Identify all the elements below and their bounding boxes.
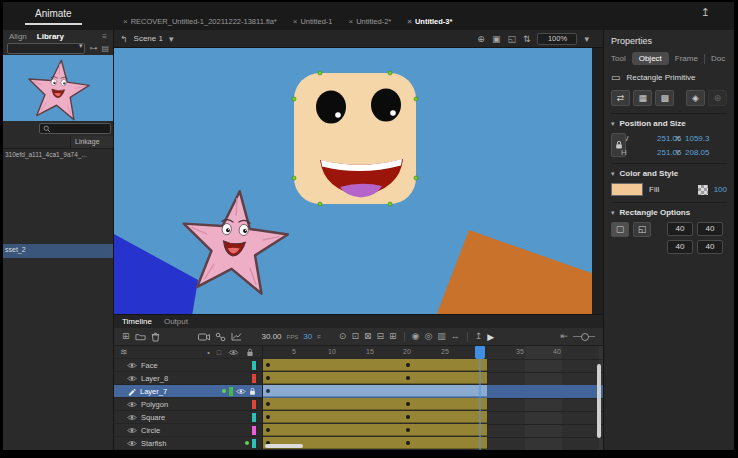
corner-radius-bottom-left-input[interactable]: 40 <box>667 240 693 254</box>
clip-content-icon[interactable]: ▣ <box>492 34 501 44</box>
modify-markers-icon[interactable]: ↔ <box>451 332 460 341</box>
frame-span[interactable] <box>263 398 487 410</box>
eye-column-icon[interactable] <box>228 349 239 356</box>
fps-value[interactable]: 30.00 <box>262 332 282 341</box>
chevron-down-icon[interactable]: ▾ <box>611 170 615 178</box>
insert-blank-keyframe-icon[interactable]: ⊟ <box>376 332 384 341</box>
layer-row-face[interactable]: Face <box>114 359 262 372</box>
fill-color-swatch[interactable] <box>611 183 643 196</box>
tab-frame[interactable]: Frame <box>675 54 698 63</box>
eye-icon[interactable] <box>127 414 137 421</box>
frame-row-polygon[interactable] <box>263 398 603 412</box>
corner-radius-mode-button[interactable]: ▢ <box>611 222 629 237</box>
tab-library[interactable]: Library <box>37 32 64 41</box>
new-layer-icon[interactable]: ⊞ <box>122 332 130 341</box>
playhead[interactable] <box>475 346 485 359</box>
doc-tab-untitled-2[interactable]: × Untitled-2* <box>341 14 400 30</box>
frame-row-layer-7-selected[interactable] <box>263 385 603 399</box>
insert-keyframe-icon[interactable]: ⊠ <box>364 332 372 341</box>
tab-tool[interactable]: Tool <box>611 54 626 63</box>
frame-row-circle[interactable] <box>263 424 603 438</box>
tab-output[interactable]: Output <box>164 317 188 326</box>
layer-row-starfish[interactable]: Starfish <box>114 437 262 450</box>
frame-ruler[interactable]: 5 10 15 20 25 35 40 <box>263 346 603 360</box>
section-title-color[interactable]: Color and Style <box>620 169 679 178</box>
edit-multiple-frames-icon[interactable]: ▥ <box>437 332 446 341</box>
zoom-level-select[interactable]: 100% <box>537 33 577 45</box>
onion-skin-outline-icon[interactable]: ◎ <box>424 332 432 341</box>
rotation-center-icon[interactable]: ⊕ <box>477 34 485 44</box>
expand-to-fill-button[interactable]: ⇄ <box>611 90 630 106</box>
grid-options-button[interactable]: ▦ <box>633 90 652 106</box>
face-object[interactable] <box>292 71 418 206</box>
outline-column-icon[interactable]: □ <box>217 349 221 356</box>
x-value[interactable]: 1059.3 <box>685 134 725 143</box>
tab-animate[interactable]: Animate <box>25 6 82 25</box>
corner-radius-top-right-input[interactable]: 40 <box>697 222 723 236</box>
zoom-stepper-icon[interactable]: ⇅ <box>523 34 531 44</box>
width-value[interactable]: 251.05 <box>657 134 675 143</box>
close-icon[interactable]: × <box>293 17 298 26</box>
doc-tab-untitled-1[interactable]: × Untitled-1 <box>285 14 341 30</box>
frame-row-layer-8[interactable] <box>263 372 603 386</box>
parenting-view-icon[interactable] <box>215 332 226 342</box>
eye-icon[interactable] <box>236 388 246 395</box>
chevron-down-icon[interactable]: ▾ <box>611 120 615 128</box>
current-frame-value[interactable]: 30 <box>303 332 312 341</box>
remove-frame-icon[interactable]: ⊞ <box>389 332 397 341</box>
eye-icon[interactable] <box>127 440 137 447</box>
scene-breadcrumb[interactable]: Scene 1 <box>134 34 163 43</box>
tab-object[interactable]: Object <box>632 52 669 65</box>
onion-skin-icon[interactable]: ◉ <box>412 332 420 341</box>
library-item-row-selected[interactable]: sset_2 <box>3 244 113 258</box>
alpha-checker-icon[interactable] <box>698 185 708 195</box>
layer-row-polygon[interactable]: Polygon <box>114 398 262 411</box>
layer-row-layer-8[interactable]: Layer_8 <box>114 372 262 385</box>
timeline-vertical-scrollbar[interactable] <box>597 364 601 438</box>
camera-icon[interactable] <box>198 332 210 341</box>
height-value[interactable]: 251.05 <box>657 148 675 157</box>
frame-row-starfish[interactable] <box>263 437 603 450</box>
corner-independent-mode-button[interactable]: ◱ <box>633 222 651 237</box>
timeline-horizontal-scrollbar[interactable] <box>265 444 303 448</box>
section-title-position[interactable]: Position and Size <box>620 119 686 128</box>
insert-frame-icon[interactable]: ⊡ <box>351 332 359 341</box>
eye-icon[interactable] <box>127 375 137 382</box>
chevron-down-icon[interactable]: ▾ <box>584 34 589 44</box>
layer-stack-icon[interactable]: ≋ <box>120 348 128 357</box>
doc-tab-untitled-3[interactable]: × Untitled-3* <box>399 14 460 30</box>
y-value[interactable]: 208.05 <box>685 148 725 157</box>
pin-library-icon[interactable]: ⊶ <box>89 44 97 53</box>
frame-span[interactable] <box>263 359 487 371</box>
chevron-down-icon[interactable]: ▾ <box>169 34 174 44</box>
close-icon[interactable]: × <box>123 17 128 26</box>
tab-align[interactable]: Align <box>9 32 27 41</box>
library-search-input[interactable] <box>39 123 111 134</box>
highlight-column-icon[interactable]: • <box>207 349 209 356</box>
lock-icon[interactable] <box>249 387 256 396</box>
library-item-row[interactable]: 310efd_a111_4ca1_9a74_... <box>3 149 113 163</box>
eye-icon[interactable] <box>127 427 137 434</box>
layer-row-layer-7-selected[interactable]: Layer_7 <box>114 385 262 398</box>
layer-row-circle[interactable]: Circle <box>114 424 262 437</box>
library-document-select[interactable]: ▾ <box>7 43 85 54</box>
close-icon[interactable]: × <box>349 17 354 26</box>
delete-icon[interactable] <box>151 332 160 342</box>
new-library-panel-icon[interactable]: ▤ <box>101 44 109 53</box>
back-to-scene-icon[interactable]: ↰ <box>120 34 128 44</box>
fit-to-window-icon[interactable]: ◱ <box>507 34 516 44</box>
frame-row-square[interactable] <box>263 411 603 425</box>
frame-span[interactable] <box>263 424 487 436</box>
share-icon[interactable]: ↥ <box>701 6 710 19</box>
timeline-zoom-slider[interactable] <box>573 336 595 337</box>
orange-triangle-shape[interactable] <box>436 230 592 314</box>
frame-span-selected[interactable] <box>263 385 487 397</box>
insert-keyframe-auto-icon[interactable]: ⊙ <box>339 332 347 341</box>
blend-button[interactable]: ◈ <box>686 90 705 106</box>
graph-view-icon[interactable] <box>231 332 242 341</box>
eye-icon[interactable] <box>127 401 137 408</box>
snap-options-button[interactable]: ▩ <box>655 90 674 106</box>
filters-button[interactable]: ⊛ <box>708 90 727 106</box>
lock-column-icon[interactable] <box>246 348 254 357</box>
library-item-preview[interactable] <box>3 55 113 121</box>
